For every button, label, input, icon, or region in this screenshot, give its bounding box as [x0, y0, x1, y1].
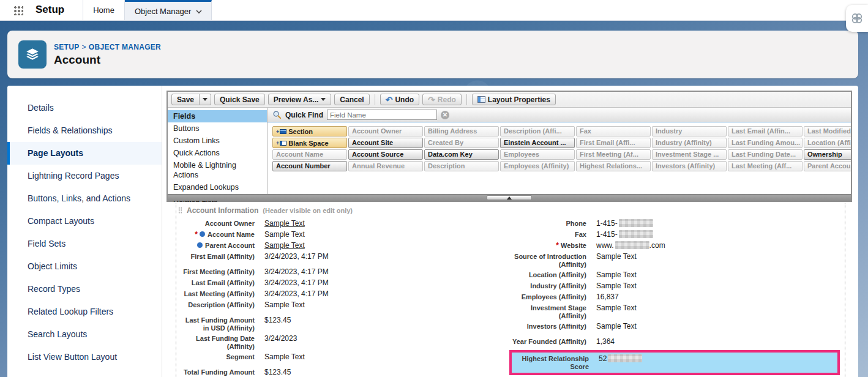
palette-field-account-source[interactable]: Account Source: [348, 149, 423, 160]
cancel-button[interactable]: Cancel: [334, 94, 369, 105]
tab-object-manager[interactable]: Object Manager: [125, 0, 212, 20]
palette-field-parent-accou[interactable]: Parent Accou: [804, 161, 851, 171]
save-dropdown-button[interactable]: [200, 94, 211, 105]
palette-field-einstein-account[interactable]: Einstein Account ...: [500, 138, 575, 148]
sidebar-item-record-types[interactable]: Record Types: [7, 278, 162, 300]
palette-category-expanded-lookups[interactable]: Expanded Lookups: [168, 181, 267, 193]
redo-button[interactable]: ↷ Redo: [422, 94, 462, 105]
palette-category-custom-links[interactable]: Custom Links: [168, 135, 267, 147]
sidebar-item-page-layouts[interactable]: Page Layouts: [7, 142, 162, 165]
layout-properties-button[interactable]: Layout Properties: [472, 94, 556, 105]
layout-field-row-phone[interactable]: Phone1-415-: [511, 218, 845, 229]
layout-field-row-first-meeting-affinity[interactable]: First Meeting (Affinity)3/24/2023, 4:17 …: [176, 266, 511, 277]
palette-field-fax[interactable]: Fax: [576, 126, 651, 136]
palette-field-blank-space[interactable]: +Blank Space: [272, 138, 347, 148]
palette-field-industry-affinity[interactable]: Industry (Affinity): [652, 138, 727, 148]
palette-field-created-by[interactable]: Created By: [424, 138, 499, 148]
sidebar-item-search-layouts[interactable]: Search Layouts: [7, 323, 162, 346]
palette-field-last-meeting-aff[interactable]: Last Meeting (Aff...: [728, 161, 803, 171]
save-button[interactable]: Save: [171, 94, 200, 105]
palette-field-annual-revenue[interactable]: Annual Revenue: [348, 161, 423, 171]
palette-field-employees[interactable]: Employees: [500, 149, 575, 160]
palette-category-buttons[interactable]: Buttons: [168, 122, 267, 135]
layout-field-row-last-email-affinity[interactable]: Last Email (Affinity)3/24/2023, 4:17 PM: [176, 277, 511, 288]
palette-field-first-email-affi[interactable]: First Email (Affi...: [576, 138, 651, 148]
clear-search-icon[interactable]: ✕: [441, 111, 449, 119]
palette-field-first-meeting-af[interactable]: First Meeting (Af...: [576, 149, 651, 160]
palette-field-employees-affinity[interactable]: Employees (Affinity): [500, 161, 575, 171]
breadcrumb-object-manager-link[interactable]: OBJECT MANAGER: [89, 43, 161, 51]
palette-collapse-handle[interactable]: [487, 195, 532, 200]
palette-field-last-funding-amou[interactable]: Last Funding Amou...: [728, 138, 803, 148]
layout-field-row-fax[interactable]: Fax1-415-: [511, 229, 845, 240]
layout-field-row-first-email-affinity[interactable]: First Email (Affinity)3/24/2023, 4:17 PM: [176, 251, 511, 262]
sidebar-item-details[interactable]: Details: [7, 97, 162, 119]
palette-category-fields[interactable]: Fields: [168, 110, 267, 122]
palette-field-investment-stage[interactable]: Investment Stage ...: [652, 149, 727, 160]
palette-field-account-owner[interactable]: Account Owner: [348, 126, 423, 136]
palette-field-last-modified[interactable]: Last Modified: [804, 126, 851, 136]
layout-field-row-segment[interactable]: SegmentSample Text: [176, 351, 511, 362]
palette-field-last-funding-date[interactable]: Last Funding Date...: [728, 149, 803, 160]
sidebar-item-lightning-record-pages[interactable]: Lightning Record Pages: [7, 165, 162, 187]
layout-field-row-investors-affinity[interactable]: Investors (Affinity)Sample Text: [511, 321, 845, 332]
palette-field-last-email-affin[interactable]: Last Email (Affin...: [728, 126, 803, 136]
sidebar-item-list-view-button-layout[interactable]: List View Button Layout: [7, 346, 162, 368]
drag-handle-icon[interactable]: [178, 207, 182, 214]
side-panel-flap[interactable]: [846, 5, 868, 32]
layout-field-row-year-founded-affinity[interactable]: Year Founded (Affinity)1,364: [511, 336, 845, 347]
layout-field-row-account-name[interactable]: *Account NameSample Text: [176, 229, 511, 240]
layout-field-row-highest-relationship-score[interactable]: Highest Relationship Score52: [509, 350, 840, 375]
layout-field-row-industry-affinity[interactable]: Industry (Affinity)Sample Text: [511, 280, 845, 291]
quick-find-input[interactable]: [327, 110, 437, 120]
layout-field-row-location-affinity[interactable]: Location (Affinity)Sample Text: [511, 269, 845, 280]
sidebar-item-buttons-links-and-actions[interactable]: Buttons, Links, and Actions: [7, 187, 162, 210]
palette-field-ownership[interactable]: Ownership: [804, 149, 851, 160]
layout-field-row-account-owner[interactable]: Account OwnerSample Text: [176, 218, 511, 229]
palette-category-mobile-lightning-actions[interactable]: Mobile & Lightning Actions: [168, 159, 267, 181]
palette-field-description[interactable]: Description: [424, 161, 499, 171]
layout-field-row-website[interactable]: *Websitewww..com: [511, 240, 845, 251]
field-sample-value: Sample Text: [264, 352, 305, 362]
palette-field-industry[interactable]: Industry: [652, 126, 727, 136]
sidebar-item-field-sets[interactable]: Field Sets: [7, 233, 162, 255]
palette-field-highest-relations[interactable]: Highest Relations...: [576, 161, 651, 171]
preview-as-button[interactable]: Preview As...: [268, 94, 332, 105]
palette-field-section[interactable]: +Section: [272, 126, 347, 136]
controlling-field-dot-icon: [200, 231, 205, 237]
sidebar-item-fields-relationships[interactable]: Fields & Relationships: [7, 119, 162, 142]
layout-field-row-total-funding-amount-usd-affinity[interactable]: Total Funding Amount USD (Affinity)$123.…: [176, 367, 511, 377]
palette-field-location-affi[interactable]: Location (Affi: [804, 138, 851, 148]
palette-field-data-com-key[interactable]: Data.com Key: [424, 149, 499, 160]
palette-field-label: Last Meeting (Aff...: [731, 162, 791, 170]
layout-field-row-description-affinity[interactable]: Description (Affinity)Sample Text: [176, 299, 511, 310]
palette-field-investors-affinity[interactable]: Investors (Affinity): [652, 161, 727, 171]
breadcrumb-setup-link[interactable]: SETUP: [54, 43, 80, 51]
layout-field-row-parent-account[interactable]: Parent AccountSample Text: [176, 240, 511, 251]
account-information-section[interactable]: Account Information (Header visible on e…: [176, 203, 845, 377]
palette-field-billing-address[interactable]: Billing Address: [424, 126, 499, 136]
section-right-column: Phone1-415-Fax1-415-*Websitewww..comSour…: [511, 218, 845, 377]
palette-field-account-name[interactable]: Account Name: [272, 149, 347, 160]
layout-field-row-employees-affinity[interactable]: Employees (Affinity)16,837: [511, 291, 845, 302]
layout-field-row-last-funding-date-affinity[interactable]: Last Funding Date (Affinity)3/24/2023: [176, 333, 511, 351]
palette-category-quick-actions[interactable]: Quick Actions: [168, 147, 267, 159]
palette-field-description-affi[interactable]: Description (Affi...: [500, 126, 575, 136]
layout-field-row-investment-stage-affinity[interactable]: Investment Stage (Affinity)Sample Text: [511, 302, 845, 321]
field-value-text: Sample Text: [264, 219, 305, 228]
quick-save-button[interactable]: Quick Save: [214, 94, 265, 105]
tab-home[interactable]: Home: [83, 0, 125, 20]
field-label-text: Website: [561, 242, 586, 249]
undo-button[interactable]: ↶ Undo: [380, 94, 419, 105]
layout-field-row-source-of-introduction-affinity[interactable]: Source of Introduction (Affinity)Sample …: [511, 251, 845, 269]
sidebar-item-related-lookup-filters[interactable]: Related Lookup Filters: [7, 300, 162, 323]
palette-field-account-number[interactable]: Account Number: [272, 161, 347, 171]
palette-field-account-site[interactable]: Account Site: [348, 138, 423, 148]
layout-field-row-last-funding-amount-in-usd-affinity[interactable]: Last Funding Amount in USD (Affinity)$12…: [176, 315, 511, 333]
field-label-text: Source of Introduction (Affinity): [514, 253, 586, 268]
sidebar-item-compact-layouts[interactable]: Compact Layouts: [7, 210, 162, 233]
app-launcher-icon[interactable]: [13, 6, 23, 15]
sidebar-item-object-limits[interactable]: Object Limits: [7, 255, 162, 278]
field-label: Year Founded (Affinity): [511, 337, 586, 346]
layout-field-row-last-meeting-affinity[interactable]: Last Meeting (Affinity)3/24/2023, 4:17 P…: [176, 288, 511, 299]
